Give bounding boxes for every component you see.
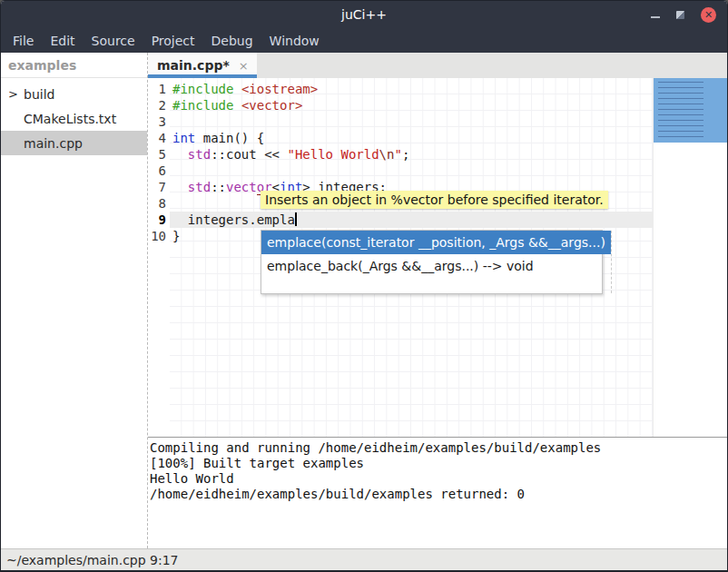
project-name: examples	[1, 53, 147, 78]
line-number: 4	[148, 130, 170, 146]
titlebar[interactable]: juCi++ ✕	[1, 1, 727, 28]
text-cursor	[295, 212, 297, 226]
minimap[interactable]	[653, 78, 727, 437]
code-line-9: integers.empla	[170, 212, 653, 228]
editor-column: main.cpp* × 12345678910 #include <iostre…	[148, 53, 727, 548]
tab-label: main.cpp*	[157, 58, 230, 73]
line-number: 6	[148, 163, 170, 179]
menu-item-project[interactable]: Project	[143, 30, 203, 52]
tree-item-main-cpp[interactable]: main.cpp	[1, 131, 147, 155]
tree-item-label: CMakeLists.txt	[24, 112, 116, 126]
output-line: Compiling and running /home/eidheim/exam…	[150, 440, 727, 456]
minimap-code-lines	[658, 82, 703, 138]
app-window: juCi++ ✕ FileEditSourceProjectDebugWindo…	[0, 0, 728, 572]
line-number-gutter: 12345678910	[148, 78, 170, 437]
line-number: 9	[148, 212, 170, 228]
menu-item-edit[interactable]: Edit	[42, 30, 83, 52]
line-number: 2	[148, 97, 170, 113]
close-icon[interactable]: ✕	[701, 7, 716, 23]
code-line-1: #include <iostream>	[170, 81, 653, 97]
statusbar: ~/examples/main.cpp 9:17	[1, 548, 727, 570]
line-number: 7	[148, 179, 170, 195]
code-line-6	[170, 163, 653, 179]
tab-close-icon[interactable]: ×	[239, 59, 249, 73]
menu-item-window[interactable]: Window	[261, 30, 328, 52]
minimize-icon[interactable]	[651, 16, 660, 18]
output-line: Hello World	[150, 471, 727, 487]
line-number: 10	[148, 228, 170, 244]
autocomplete-item[interactable]: emplace_back(_Args &&__args...) --> void	[261, 254, 611, 278]
window-controls: ✕	[651, 7, 727, 23]
autocomplete-popup: emplace(const_iterator __position, _Args…	[261, 230, 603, 294]
menu-item-file[interactable]: File	[5, 30, 42, 52]
code-editor[interactable]: 12345678910 #include <iostream>#include …	[148, 78, 727, 437]
line-number: 5	[148, 146, 170, 163]
line-number: 8	[148, 195, 170, 212]
code-line-3	[170, 113, 653, 130]
window-title: juCi++	[1, 7, 727, 22]
tab-main-cpp[interactable]: main.cpp* ×	[148, 53, 257, 78]
tree-item-build[interactable]: >build	[1, 82, 147, 106]
code-line-5: std::cout << "Hello World\n";	[170, 146, 653, 163]
file-tree-panel: examples >buildCMakeLists.txtmain.cpp	[1, 53, 148, 548]
menu-item-source[interactable]: Source	[84, 30, 143, 52]
line-number: 1	[148, 81, 170, 97]
autocomplete-scrollbar[interactable]	[611, 231, 618, 293]
tabbar: main.cpp* ×	[148, 53, 727, 78]
menu-item-debug[interactable]: Debug	[203, 30, 261, 52]
tree-item-label: build	[24, 87, 54, 102]
autocomplete-item[interactable]: emplace(const_iterator __position, _Args…	[261, 231, 611, 254]
tree-item-cmakelists-txt[interactable]: CMakeLists.txt	[1, 106, 147, 131]
line-number: 3	[148, 113, 170, 130]
status-file-position: ~/examples/main.cpp 9:17	[6, 553, 179, 567]
file-tree: >buildCMakeLists.txtmain.cpp	[1, 78, 147, 155]
doc-tooltip: Inserts an object in %vector before spec…	[261, 191, 608, 209]
build-output-pane[interactable]: Compiling and running /home/eidheim/exam…	[148, 437, 727, 549]
tree-item-label: main.cpp	[24, 136, 83, 151]
output-line: [100%] Built target examples	[150, 456, 727, 471]
autocomplete-list: emplace(const_iterator __position, _Args…	[261, 231, 611, 293]
menubar: FileEditSourceProjectDebugWindow	[1, 28, 727, 53]
output-line: /home/eidheim/examples/build/examples re…	[150, 487, 727, 502]
minimap-visible-region[interactable]	[654, 78, 727, 143]
main-content: examples >buildCMakeLists.txtmain.cpp ma…	[1, 53, 727, 548]
code-line-2: #include <vector>	[170, 97, 653, 113]
code-line-4: int main() {	[170, 130, 653, 146]
restore-icon[interactable]	[676, 11, 684, 19]
chevron-right-icon[interactable]: >	[8, 87, 24, 101]
